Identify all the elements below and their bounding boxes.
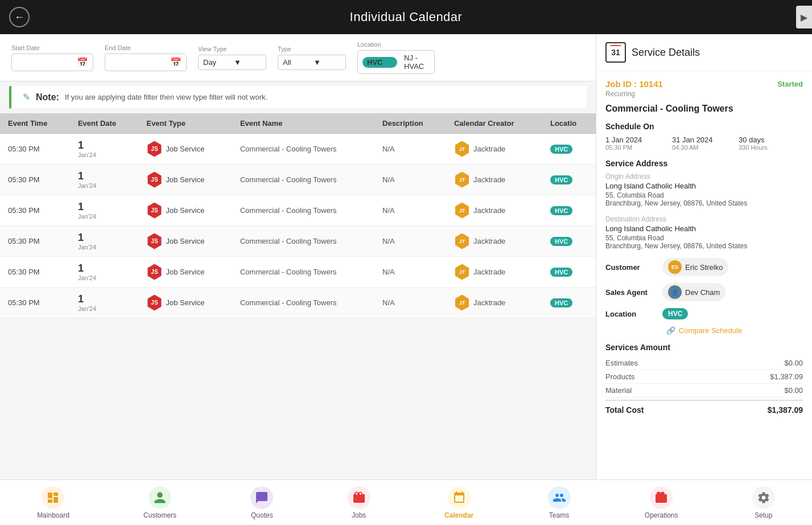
- start-date-calendar-icon[interactable]: 📅: [77, 57, 88, 68]
- customer-label: Customer: [605, 263, 657, 272]
- job-service-icon: JS: [146, 203, 162, 219]
- cell-event-time: 05:30 PM: [0, 226, 70, 257]
- quotes-icon: [250, 486, 273, 509]
- schedule-end: 31 Jan 2024 04:30 AM: [672, 136, 736, 151]
- note-label: Note:: [36, 92, 59, 102]
- recurring-label: Recurring: [605, 90, 803, 98]
- customer-name: Eric Strelko: [685, 263, 723, 272]
- compare-schedule-link[interactable]: 🔗 Compare Schedule: [605, 326, 803, 335]
- cell-event-time: 05:30 PM: [0, 257, 70, 288]
- location-hvac-tag: HVC: [362, 57, 397, 68]
- col-location: Locatio: [542, 113, 596, 134]
- type-value: All: [283, 58, 310, 67]
- cell-calendar-creator: JT Jacktrade: [446, 195, 542, 226]
- job-id: Job ID : 10141: [605, 79, 663, 89]
- type-select[interactable]: All ▼: [278, 55, 346, 70]
- back-button[interactable]: ←: [9, 7, 30, 27]
- schedule-grid: 1 Jan 2024 05:30 PM 31 Jan 2024 04:30 AM…: [605, 136, 803, 151]
- job-service-icon: JS: [146, 295, 162, 311]
- location-filter: Location HVC NJ - HVAC: [357, 41, 435, 74]
- creator-avatar: JT: [454, 264, 470, 280]
- table-row[interactable]: 05:30 PM 1 Jan'24 JS Job Service Commerc…: [0, 226, 596, 257]
- job-service-icon: JS: [146, 264, 162, 280]
- cell-event-type: JS Job Service: [138, 257, 232, 288]
- cell-event-date: 1 Jan'24: [70, 226, 139, 257]
- teams-icon: [548, 486, 571, 509]
- table-row[interactable]: 05:30 PM 1 Jan'24 JS Job Service Commerc…: [0, 195, 596, 226]
- location-select[interactable]: HVC NJ - HVAC: [357, 50, 435, 74]
- destination-address: Destination Address Long Island Catholic…: [605, 215, 803, 250]
- end-date-input[interactable]: [110, 58, 167, 67]
- cell-calendar-creator: JT Jacktrade: [446, 226, 542, 257]
- events-table-container[interactable]: Event Time Event Date Event Type Event N…: [0, 113, 596, 479]
- schedule-start: 1 Jan 2024 05:30 PM: [605, 136, 670, 151]
- page-title: Individual Calendar: [350, 10, 463, 24]
- cell-description: N/A: [374, 165, 446, 195]
- calendar-label: Calendar: [444, 511, 473, 519]
- cell-calendar-creator: JT Jacktrade: [446, 165, 542, 195]
- cell-event-time: 05:30 PM: [0, 195, 70, 226]
- table-row[interactable]: 05:30 PM 1 Jan'24 JS Job Service Commerc…: [0, 134, 596, 165]
- start-date-input-wrap[interactable]: 📅: [11, 54, 93, 71]
- cell-event-time: 05:30 PM: [0, 288, 70, 318]
- estimates-row: Estimates $0.00: [605, 356, 803, 370]
- customer-avatar: ES: [668, 260, 682, 274]
- nav-item-calendar[interactable]: Calendar: [435, 486, 483, 519]
- nav-item-operations[interactable]: Operations: [636, 486, 687, 519]
- material-value: $0.00: [784, 386, 803, 395]
- main-area: Start Date 📅 End Date 📅 View Type Day ▼: [0, 34, 812, 479]
- nav-item-quotes[interactable]: Quotes: [241, 486, 282, 519]
- type-filter: Type All ▼: [278, 46, 346, 70]
- nav-item-mainboard[interactable]: Mainboard: [28, 486, 79, 519]
- end-date-calendar-icon[interactable]: 📅: [170, 57, 182, 68]
- products-value: $1,387.09: [770, 372, 803, 381]
- service-details-body: Job ID : 10141 Started Recurring Commerc…: [596, 71, 812, 479]
- type-label: Type: [278, 46, 346, 52]
- table-row[interactable]: 05:30 PM 1 Jan'24 JS Job Service Commerc…: [0, 257, 596, 288]
- products-label: Products: [605, 372, 634, 381]
- total-cost-label: Total Cost: [605, 405, 644, 415]
- status-badge: Started: [777, 80, 803, 88]
- col-event-type: Event Type: [138, 113, 232, 134]
- compare-schedule-icon: 🔗: [666, 326, 675, 335]
- amounts-title: Services Amount: [605, 343, 803, 352]
- material-row: Material $0.00: [605, 384, 803, 397]
- end-date-input-wrap[interactable]: 📅: [105, 54, 187, 71]
- table-header-row: Event Time Event Date Event Type Event N…: [0, 113, 596, 134]
- quotes-label: Quotes: [251, 511, 273, 519]
- origin-address: Origin Address Long Island Catholic Heal…: [605, 173, 803, 207]
- destination-city: Branchburg, New Jersey, 08876, United St…: [605, 242, 803, 250]
- customer-chip[interactable]: ES Eric Strelko: [662, 258, 728, 276]
- nav-item-customers[interactable]: Customers: [134, 486, 186, 519]
- filters-bar: Start Date 📅 End Date 📅 View Type Day ▼: [0, 34, 596, 81]
- view-type-label: View Type: [198, 46, 266, 52]
- destination-label: Destination Address: [605, 215, 803, 223]
- agent-chip[interactable]: 👤 Dev Cham: [662, 283, 726, 301]
- schedule-days: 30 days: [739, 136, 803, 144]
- cell-location: HVC: [542, 288, 596, 318]
- col-event-time: Event Time: [0, 113, 70, 134]
- cell-description: N/A: [374, 134, 446, 165]
- cell-location: HVC: [542, 134, 596, 165]
- note-icon: ✎: [23, 92, 30, 102]
- col-description: Description: [374, 113, 446, 134]
- nav-item-setup[interactable]: Setup: [743, 486, 784, 519]
- col-event-date: Event Date: [70, 113, 139, 134]
- nav-item-teams[interactable]: Teams: [539, 486, 580, 519]
- start-date-input[interactable]: [17, 58, 73, 67]
- view-type-chevron-icon: ▼: [234, 58, 261, 67]
- job-service-icon: JS: [146, 172, 162, 188]
- setup-icon: [752, 486, 775, 509]
- origin-city: Branchburg, New Jersey, 08876, United St…: [605, 199, 803, 207]
- nav-item-jobs[interactable]: Jobs: [339, 486, 380, 519]
- view-type-select[interactable]: Day ▼: [198, 55, 266, 70]
- schedule-hours: 330 Hours: [739, 144, 803, 151]
- cell-event-time: 05:30 PM: [0, 165, 70, 195]
- creator-avatar: JT: [454, 203, 470, 219]
- cell-location: HVC: [542, 257, 596, 288]
- calendar-icon: [448, 486, 471, 509]
- table-row[interactable]: 05:30 PM 1 Jan'24 JS Job Service Commerc…: [0, 165, 596, 195]
- panel-toggle-button[interactable]: ▶: [796, 6, 812, 28]
- table-row[interactable]: 05:30 PM 1 Jan'24 JS Job Service Commerc…: [0, 288, 596, 318]
- service-address-label: Service Address: [605, 159, 803, 168]
